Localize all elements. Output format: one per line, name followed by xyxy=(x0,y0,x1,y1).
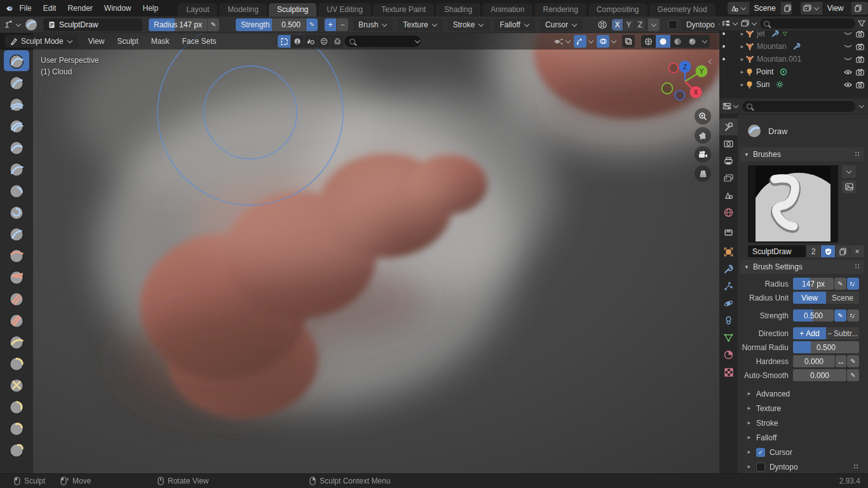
radius-pressure-icon[interactable]: ✎ xyxy=(207,18,219,31)
expand-arrow-icon[interactable]: ► xyxy=(738,82,746,88)
view-layer-name[interactable]: View Layer xyxy=(822,2,851,15)
direction-add-button[interactable]: + xyxy=(324,18,336,31)
brush-smooth[interactable] xyxy=(4,245,29,266)
strength-slider[interactable]: Strength 0.500 xyxy=(236,18,306,31)
symmetry-axis-x[interactable]: X xyxy=(612,19,623,30)
brush-users-count[interactable]: 2 xyxy=(806,245,820,257)
workspace-tab-uv-editing[interactable]: UV Editing xyxy=(318,3,371,17)
navigation-gizmo[interactable]: Z Y X xyxy=(632,60,715,108)
brush-draw[interactable] xyxy=(4,50,29,71)
brush-name-field[interactable]: SculptDraw xyxy=(748,245,806,257)
duplicate-brush-icon[interactable] xyxy=(835,245,850,257)
cursor-checkbox[interactable]: ✓ xyxy=(756,448,765,457)
viewport-3d[interactable]: Sculpt Mode ViewSculptMaskFace Sets xyxy=(0,33,719,473)
brush-pinch[interactable] xyxy=(4,331,29,352)
autosmooth-pressure-icon[interactable]: ✎ xyxy=(847,369,859,381)
brush-dropdown[interactable]: Brush xyxy=(353,18,393,31)
properties-options-chevron[interactable] xyxy=(859,103,864,108)
shading-wireframe-icon[interactable] xyxy=(641,35,656,48)
direction-add-button[interactable]: +Add xyxy=(793,327,826,339)
viewport-canvas[interactable] xyxy=(33,33,719,473)
blender-logo-icon[interactable] xyxy=(5,3,13,14)
visibility-toggle[interactable] xyxy=(844,44,852,49)
view-layer-new-icon[interactable] xyxy=(851,2,865,15)
symmetry-axis-z[interactable]: Z xyxy=(635,19,646,30)
outliner-row-jet[interactable]: ►jet▽ xyxy=(719,27,868,40)
workspace-tab-animation[interactable]: Animation xyxy=(482,3,532,17)
panel-dyntopo[interactable]: ►Dyntopo xyxy=(740,459,864,473)
overlays-icon[interactable] xyxy=(597,35,609,48)
brush-settings-panel-header[interactable]: ▼ Brush Settings xyxy=(740,260,864,274)
xray-toggle-icon[interactable] xyxy=(622,35,635,48)
render-visibility-toggle[interactable] xyxy=(856,69,864,76)
brush-layer[interactable] xyxy=(4,158,29,179)
hardness-pressure-icon[interactable]: ✎ xyxy=(847,355,859,367)
properties-tab-scene[interactable] xyxy=(719,187,738,204)
viewport-search-input[interactable] xyxy=(344,36,421,47)
radius-pen-icon[interactable]: ✎ xyxy=(834,278,846,290)
outliner-row-mountan-001[interactable]: ►Mountan.001 xyxy=(719,53,868,65)
menu-edit[interactable]: Edit xyxy=(37,4,62,13)
symmetry-axis-y[interactable]: Y xyxy=(623,19,635,30)
brush-draw-sharp[interactable] xyxy=(4,72,29,93)
outliner-filter-icon[interactable] xyxy=(858,20,865,27)
workspace-tab-rendering[interactable]: Rendering xyxy=(534,3,586,17)
visibility-toggle[interactable] xyxy=(844,31,852,36)
hardness-invert-icon[interactable]: ↔ xyxy=(836,355,846,367)
brush-asset-icon[interactable] xyxy=(842,180,856,193)
strength-pen-icon[interactable]: ✎ xyxy=(834,309,846,322)
properties-tab-view-layer[interactable] xyxy=(719,170,738,187)
falloff-sphere-icon[interactable] xyxy=(291,35,304,48)
fake-user-shield-icon[interactable] xyxy=(820,245,835,257)
expand-arrow-icon[interactable]: ► xyxy=(738,31,746,37)
panel-cursor[interactable]: ►✓Cursor xyxy=(740,445,864,459)
render-visibility-toggle[interactable] xyxy=(856,43,864,50)
brush-pose[interactable] xyxy=(4,439,29,460)
strength-slider[interactable]: 0.500 xyxy=(793,309,834,322)
strength-pressure-icon[interactable]: ✎ xyxy=(306,18,318,31)
expand-arrow-icon[interactable]: ► xyxy=(738,44,746,50)
ortho-toggle-icon[interactable] xyxy=(695,165,711,182)
outliner-editor-type-icon[interactable] xyxy=(722,20,738,27)
outliner-display-mode-icon[interactable] xyxy=(741,20,757,27)
object-name[interactable]: Sun xyxy=(756,80,770,89)
cursor-dropdown[interactable]: Cursor xyxy=(540,18,583,31)
object-name[interactable]: Mountan.001 xyxy=(757,55,801,64)
properties-search-input[interactable] xyxy=(742,101,855,112)
properties-tab-constraints[interactable] xyxy=(719,312,738,329)
direction-subtract-button[interactable]: − xyxy=(336,18,348,31)
workspace-tab-geometry-nod[interactable]: Geometry Nod xyxy=(649,3,715,17)
mode-dropdown[interactable]: Sculpt Mode xyxy=(5,35,78,48)
menu-help[interactable]: Help xyxy=(137,4,165,13)
gizmo-neg-x[interactable] xyxy=(669,64,679,73)
radius-slider[interactable]: 147 px xyxy=(793,278,834,290)
shading-rendered-icon[interactable] xyxy=(685,35,700,48)
zoom-view-icon[interactable] xyxy=(695,108,711,125)
pan-view-icon[interactable] xyxy=(695,127,711,144)
gizmo-neg-y[interactable] xyxy=(662,83,673,94)
menu-render[interactable]: Render xyxy=(62,4,98,13)
properties-tab-collection[interactable] xyxy=(719,224,738,241)
panel-falloff[interactable]: ►Falloff xyxy=(740,430,864,445)
properties-tab-render[interactable] xyxy=(719,135,738,152)
properties-tab-material[interactable] xyxy=(719,346,738,363)
brush-clay-strips[interactable] xyxy=(4,115,29,136)
unlink-brush-icon[interactable]: × xyxy=(850,245,864,257)
dyntopo-checkbox[interactable] xyxy=(756,463,765,471)
overlays-toggle-dropdown[interactable] xyxy=(597,35,617,48)
menu-window[interactable]: Window xyxy=(98,4,137,13)
properties-tab-particles[interactable] xyxy=(719,278,738,295)
outliner-row-point[interactable]: ►Point xyxy=(719,65,868,78)
stamp-icon[interactable] xyxy=(331,35,344,48)
paint-falloff-icon[interactable] xyxy=(304,35,317,48)
workspace-tab-compositing[interactable]: Compositing xyxy=(588,3,648,17)
visibility-toggle[interactable] xyxy=(844,57,852,62)
properties-tab-modifiers[interactable] xyxy=(719,261,738,278)
falloff-dropdown[interactable]: Falloff xyxy=(494,18,534,31)
brushes-panel-header[interactable]: ▼ Brushes xyxy=(740,147,864,161)
panel-stroke[interactable]: ►Stroke xyxy=(740,416,864,430)
viewport-menu-face-sets[interactable]: Face Sets xyxy=(176,37,223,46)
expand-arrow-icon[interactable]: ► xyxy=(738,69,746,75)
expand-arrow-icon[interactable]: ► xyxy=(738,57,746,62)
sphere-swirl-icon[interactable] xyxy=(318,35,330,48)
